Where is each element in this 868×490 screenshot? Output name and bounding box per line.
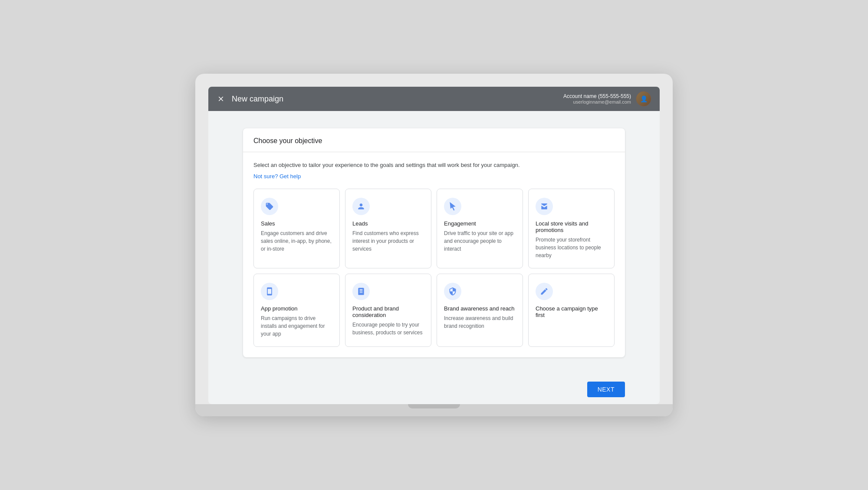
footer: NEXT: [208, 375, 660, 404]
header-left: New campaign: [217, 95, 283, 104]
option-desc-product-brand: Encourage people to try your business, p…: [352, 321, 424, 336]
header-right: Account name (555-555-555) userloginname…: [563, 91, 651, 106]
option-desc-leads: Find customers who express interest in y…: [352, 229, 424, 253]
account-email: userloginname@email.com: [563, 99, 631, 105]
option-desc-local-store: Promote your storefront business locatio…: [536, 236, 607, 259]
next-button[interactable]: NEXT: [587, 382, 625, 397]
option-card-product-brand[interactable]: Product and brand considerationEncourage…: [345, 274, 431, 347]
option-title-sales: Sales: [261, 220, 332, 227]
brand-awareness-icon: [444, 283, 461, 300]
option-card-app-promotion[interactable]: App promotionRun campaigns to drive inst…: [253, 274, 340, 347]
sales-icon: [261, 198, 278, 215]
page-title: New campaign: [232, 95, 283, 104]
option-card-sales[interactable]: SalesEngage customers and drive sales on…: [253, 189, 340, 268]
app-header: New campaign Account name (555-555-555) …: [208, 87, 660, 111]
account-name: Account name (555-555-555): [563, 93, 631, 99]
objective-card: Choose your objective Select an objectiv…: [243, 128, 625, 357]
card-body: Select an objective to tailor your exper…: [243, 152, 625, 357]
account-info: Account name (555-555-555) userloginname…: [563, 93, 631, 105]
option-desc-sales: Engage customers and drive sales online,…: [261, 229, 332, 253]
laptop-screen: New campaign Account name (555-555-555) …: [208, 87, 660, 404]
choose-type-icon: [536, 283, 553, 300]
option-card-leads[interactable]: LeadsFind customers who express interest…: [345, 189, 431, 268]
avatar[interactable]: 👤: [636, 91, 651, 106]
card-description: Select an objective to tailor your exper…: [253, 161, 615, 170]
option-card-engagement[interactable]: EngagementDrive traffic to your site or …: [437, 189, 523, 268]
engagement-icon: [444, 198, 461, 215]
option-title-brand-awareness: Brand awareness and reach: [444, 305, 516, 312]
main-content: Choose your objective Select an objectiv…: [208, 111, 660, 375]
option-desc-brand-awareness: Increase awareness and build brand recog…: [444, 314, 516, 330]
laptop-frame: New campaign Account name (555-555-555) …: [195, 74, 673, 416]
card-title: Choose your objective: [253, 137, 322, 144]
card-header: Choose your objective: [243, 128, 625, 152]
leads-icon: [352, 198, 370, 215]
product-brand-icon: [352, 283, 370, 300]
local-store-icon: [536, 198, 553, 215]
app-promotion-icon: [261, 283, 278, 300]
close-button[interactable]: [217, 95, 225, 103]
option-title-product-brand: Product and brand consideration: [352, 305, 424, 318]
option-title-leads: Leads: [352, 220, 424, 227]
option-title-choose-type: Choose a campaign type first: [536, 305, 607, 318]
option-title-local-store: Local store visits and promotions: [536, 220, 607, 233]
option-card-local-store[interactable]: Local store visits and promotionsPromote…: [528, 189, 615, 268]
option-card-choose-type[interactable]: Choose a campaign type first: [528, 274, 615, 347]
option-desc-engagement: Drive traffic to your site or app and en…: [444, 229, 516, 253]
help-link[interactable]: Not sure? Get help: [253, 173, 301, 180]
option-desc-app-promotion: Run campaigns to drive installs and enga…: [261, 314, 332, 338]
option-card-brand-awareness[interactable]: Brand awareness and reachIncrease awaren…: [437, 274, 523, 347]
options-grid: SalesEngage customers and drive sales on…: [253, 189, 615, 347]
option-title-app-promotion: App promotion: [261, 305, 332, 312]
avatar-image: 👤: [636, 91, 651, 106]
option-title-engagement: Engagement: [444, 220, 516, 227]
laptop-base: [195, 404, 673, 416]
